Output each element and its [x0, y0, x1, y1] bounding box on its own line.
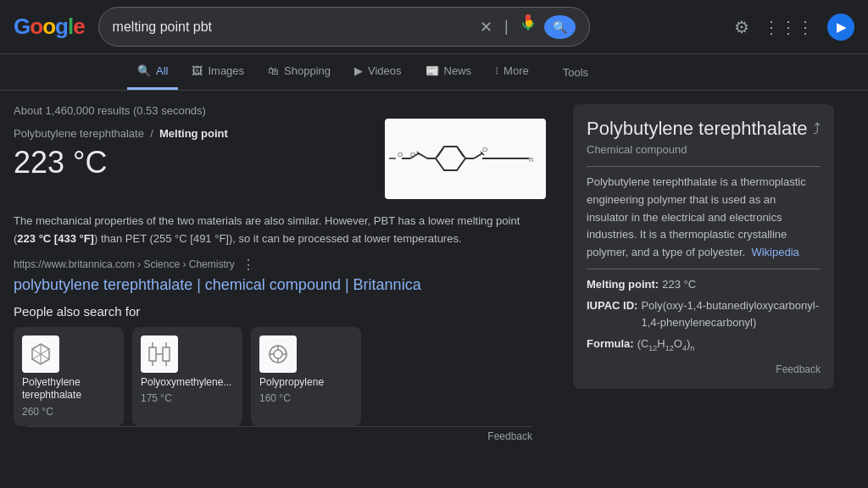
molecule-image: O O n O: [385, 119, 546, 199]
tools-button[interactable]: Tools: [556, 56, 595, 89]
people-card-2[interactable]: Polypropylene 160 °C: [251, 327, 361, 426]
tools-label: Tools: [563, 66, 588, 79]
result-description: The mechanical properties of the two mat…: [14, 213, 522, 248]
tab-more-label: More: [504, 64, 529, 77]
account-button[interactable]: ▶: [827, 14, 854, 41]
tab-images-label: Images: [208, 64, 244, 77]
people-cards: Polyethylene terephthalate 260 °C: [14, 327, 546, 426]
svg-text:n: n: [529, 155, 533, 164]
snippet-breadcrumb: Polybutylene terephthalate / Melting poi…: [14, 127, 371, 140]
kc-share-button[interactable]: ⤴: [813, 120, 821, 138]
svg-rect-30: [163, 347, 170, 361]
kc-title-row: Polybutylene terephthalate ⤴: [587, 118, 821, 140]
kc-melting-label: Melting point:: [587, 276, 659, 293]
kc-title: Polybutylene terephthalate: [587, 118, 808, 140]
search-input[interactable]: [113, 19, 471, 35]
svg-marker-0: [436, 147, 465, 170]
breadcrumb-prefix: Polybutylene terephthalate: [14, 127, 144, 140]
tab-images[interactable]: 🖼 Images: [181, 54, 254, 90]
kc-fact-formula: Formula: (C12H12O4)n: [587, 336, 821, 354]
kc-wikipedia-link[interactable]: Wikipedia: [751, 246, 798, 258]
news-icon: 📰: [426, 64, 439, 77]
tab-news[interactable]: 📰 News: [415, 54, 482, 90]
tab-news-label: News: [444, 64, 472, 77]
card-name-0: Polyethylene terephthalate: [22, 376, 115, 402]
card-temp-0: 260 °C: [22, 406, 53, 418]
svg-text:O: O: [410, 151, 415, 158]
kc-iupac-label: IUPAC ID:: [587, 297, 637, 330]
featured-value: 223 °C: [14, 145, 371, 180]
card-top-1: [141, 336, 178, 373]
kc-fact-melting: Melting point: 223 °C: [587, 276, 821, 293]
all-icon: 🔍: [137, 64, 151, 77]
kc-description: Polybutylene terephthalate is a thermopl…: [587, 174, 821, 262]
card-temp-1: 175 °C: [141, 392, 172, 404]
tab-videos[interactable]: ▶ Videos: [344, 54, 412, 90]
card-top-2: [259, 336, 297, 373]
clear-icon[interactable]: ✕: [480, 18, 492, 36]
left-column: About 1,460,000 results (0.53 seconds) P…: [0, 97, 559, 488]
people-card-0[interactable]: Polyethylene terephthalate 260 °C: [14, 327, 124, 426]
images-icon: 🖼: [192, 64, 203, 77]
results-count: About 1,460,000 results (0.53 seconds): [14, 104, 546, 117]
tab-videos-label: Videos: [368, 64, 402, 77]
kc-divider: [587, 166, 821, 167]
settings-button[interactable]: ⚙: [734, 17, 749, 37]
knowledge-card: Polybutylene terephthalate ⤴ Chemical co…: [573, 104, 834, 389]
card-thumb-1: [141, 336, 178, 373]
divider-icon: |: [504, 18, 509, 36]
kc-melting-value: 223 °C: [662, 276, 696, 293]
card-top-0: [22, 336, 59, 373]
kc-formula-value: (C12H12O4)n: [637, 336, 695, 354]
people-also-section: People also search for: [14, 304, 546, 426]
card-thumb-0: [22, 336, 59, 373]
svg-point-34: [274, 350, 282, 358]
main-content: About 1,460,000 results (0.53 seconds) P…: [0, 91, 868, 488]
nav-tabs: 🔍 All 🖼 Images 🛍 Shopping ▶ Videos 📰 New…: [0, 54, 868, 91]
snippet-text: Polybutylene terephthalate / Melting poi…: [14, 127, 371, 180]
tab-all[interactable]: 🔍 All: [127, 54, 178, 90]
search-button-icon[interactable]: 🔍: [544, 15, 576, 39]
kc-subtitle: Chemical compound: [587, 143, 821, 156]
svg-rect-26: [149, 347, 156, 361]
google-logo: Google: [14, 14, 85, 40]
result-more-button[interactable]: ⋮: [242, 257, 255, 273]
svg-line-3: [437, 148, 443, 157]
kc-formula-label: Formula:: [587, 336, 634, 354]
header: Google ✕ | 🔍 ⚙ ⋮⋮⋮ ▶: [0, 0, 868, 54]
svg-line-11: [474, 153, 482, 158]
highlight-temp: 223 °C [433 °F]: [17, 232, 94, 245]
result-url-row: https://www.britannica.com › Science › C…: [14, 257, 546, 273]
people-also-title: People also search for: [14, 304, 546, 319]
kc-divider-2: [587, 269, 821, 269]
bottom-feedback[interactable]: Feedback: [14, 427, 546, 446]
card-thumb-2: [259, 336, 297, 373]
kc-iupac-value: Poly(oxy-1,4-butanediyloxycarbonyl-1,4-p…: [641, 297, 821, 330]
header-right: ⚙ ⋮⋮⋮ ▶: [734, 14, 854, 41]
card-name-1: Polyoxymethylene...: [141, 376, 231, 390]
kc-fact-iupac: IUPAC ID: Poly(oxy-1,4-butanediyloxycarb…: [587, 297, 821, 330]
search-bar: ✕ | 🔍: [98, 7, 590, 47]
card-temp-2: 160 °C: [259, 392, 291, 404]
mic-icon[interactable]: [520, 14, 536, 39]
videos-icon: ▶: [354, 64, 363, 77]
breadcrumb-topic: Melting point: [159, 127, 228, 140]
tab-more[interactable]: ⁝ More: [485, 54, 539, 90]
featured-snippet: Polybutylene terephthalate / Melting poi…: [14, 127, 546, 199]
svg-text:O: O: [482, 146, 487, 153]
tab-all-label: All: [156, 64, 168, 77]
svg-text:O: O: [398, 151, 403, 158]
result-url: https://www.britannica.com › Science › C…: [14, 258, 235, 270]
shopping-icon: 🛍: [268, 64, 279, 77]
more-icon: ⁝: [495, 64, 498, 77]
tab-shopping[interactable]: 🛍 Shopping: [258, 54, 341, 90]
people-card-1[interactable]: Polyoxymethylene... 175 °C: [132, 327, 242, 426]
tab-shopping-label: Shopping: [284, 64, 331, 77]
card-name-2: Polypropylene: [259, 376, 324, 390]
result-link[interactable]: polybutylene terephthalate | chemical co…: [14, 276, 546, 294]
apps-button[interactable]: ⋮⋮⋮: [763, 17, 814, 37]
svg-line-4: [458, 148, 464, 157]
right-panel: Polybutylene terephthalate ⤴ Chemical co…: [559, 97, 848, 488]
kc-feedback[interactable]: Feedback: [587, 363, 821, 375]
